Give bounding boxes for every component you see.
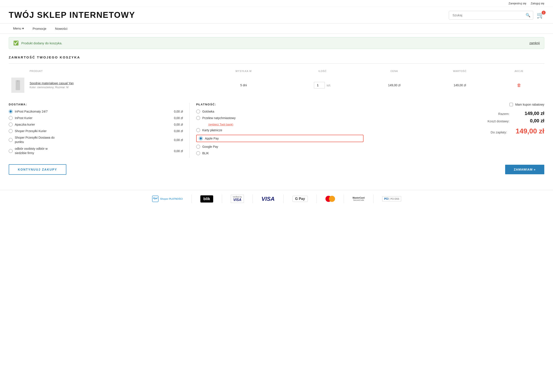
delivery-radio-3[interactable] [9,129,13,133]
blik-text: blik [200,195,213,203]
delivery-label-0[interactable]: InPost Paczkomaty 24/7 [15,110,172,113]
payment-label-2[interactable]: Karty płatnicze [202,128,364,132]
summary-total-row: Do zapłaty: 149,00 zł [370,127,544,135]
nav-promocje[interactable]: Promocje [28,24,51,34]
shoper-logo: Shoper PŁATNOŚCI [152,195,183,202]
footer-divider-6 [344,195,344,203]
delivery-radio-2[interactable] [9,123,13,126]
nav-menu[interactable]: Menu ▾ [9,23,28,34]
payment-label-3[interactable]: Apple Pay [205,137,361,140]
col-qty: ILOŚĆ [282,68,362,74]
register-link[interactable]: Zarejestruj się [508,2,526,5]
search-input[interactable] [449,11,523,19]
col-actions: AKCJE [494,68,545,74]
mc-secure-text: MasterCard SecureCode [353,197,365,201]
product-name-link[interactable]: Spodnie materiałowe casual Yan [29,82,74,85]
razem-value: 149,00 zł [518,111,544,116]
check-icon: ✅ [13,40,19,46]
notification-close[interactable]: zamknij [530,41,540,45]
col-shipping: WYSYŁKA W [205,68,282,74]
mc-secure-logo: MasterCard SecureCode [353,197,365,201]
delivery-label-4[interactable]: Shoper Przesyłki Dostawa dopunktu [15,136,172,144]
delivery-price-3: 0,00 zł [174,129,183,133]
quantity-input[interactable] [314,82,325,88]
delivery-option-4: Shoper Przesyłki Dostawa dopunktu 0,00 z… [9,136,183,144]
order-button[interactable]: ZAMAWIAM » [505,165,544,174]
product-price: 149,00 zł [362,74,426,96]
gpay-text: G Pay [292,196,308,202]
mc-orange-circle [329,196,335,202]
header: TWÓJ SKLEP INTERNETOWY 🔍 🛒 1 [0,7,553,23]
delivery-cost-label: Koszt dostawy: [488,119,510,123]
payment-radio-2[interactable] [196,128,200,132]
continue-shopping-button[interactable]: KONTYNUUJ ZAKUPY [9,164,66,175]
col-value: WARTOŚĆ [426,68,494,74]
pci-logo: PCI PCI DSS [382,196,401,202]
cart-table: PRODUKT WYSYŁKA W ILOŚĆ CENA WARTOŚĆ AKC… [9,68,544,96]
delivery-radio-0[interactable] [9,110,13,113]
delivery-option-3: Shoper Przesyłki Kurier 0,00 zł [9,129,183,133]
payment-title: PŁATNOŚĆ: [196,103,364,106]
payment-radio-3[interactable] [199,136,203,140]
delivery-label-5[interactable]: odbiór osobisty odbiór wsiedzibie firmy [15,147,172,155]
buttons-row: KONTYNUUJ ZAKUPY ZAMAWIAM » [9,164,544,175]
nav-nowosci[interactable]: Nowości [51,24,72,34]
footer: Shoper PŁATNOŚCI blik Verified by VISA V… [0,190,553,208]
payment-radio-1[interactable] [196,116,200,120]
blik-logo: blik [200,195,213,203]
delivery-option-0: InPost Paczkomaty 24/7 0,00 zł [9,110,183,113]
coupon-checkbox[interactable] [510,103,513,106]
payment-option-5: BLIK [196,151,364,155]
delivery-label-2[interactable]: Apaczka kurier [15,123,172,126]
pci-text: PCI PCI DSS [382,196,401,202]
visa-logo: VISA [261,196,275,202]
delivery-option-2: Apaczka kurier 0,00 zł [9,123,183,126]
cart-section-title: ZAWARTOŚĆ TWOJEGO KOSZYKA [9,56,544,59]
payment-radio-5[interactable] [196,151,200,155]
col-product-img [9,68,27,74]
shoper-label: Shoper PŁATNOŚCI [160,197,183,200]
delivery-radio-4[interactable] [9,138,13,142]
payment-label-5[interactable]: BLIK [202,151,364,155]
verified-line1: Verified by [233,196,242,198]
delivery-radio-5[interactable] [9,149,13,153]
delivery-option-1: InPost Kurier 0,00 zł [9,116,183,120]
product-qty: szt. [282,74,362,96]
footer-divider-1 [191,195,192,203]
coupon-label[interactable]: Mam kupon rabatowy [515,103,544,106]
verified-line2: VISA [233,198,242,202]
payment-label-0[interactable]: Gotówka [202,110,364,113]
shoper-icon [152,195,159,202]
summary-delivery-row: Koszt dostawy: 0,00 zł [370,118,544,124]
verified-visa: Verified by VISA [231,195,244,203]
notification-message: Produkt dodany do koszyka. [21,41,62,45]
delivery-price-5: 0,00 zł [174,149,183,153]
logo: TWÓJ SKLEP INTERNETOWY [9,10,135,20]
delivery-label-3[interactable]: Shoper Przesyłki Kurier [15,129,172,133]
payment-radio-4[interactable] [196,145,200,149]
footer-divider-4 [283,195,284,203]
delivery-cost-value: 0,00 zł [518,118,544,124]
product-image [11,77,24,93]
nav: Menu ▾ Promocje Nowości [0,23,553,34]
cart-icon[interactable]: 🛒 1 [537,12,544,19]
total-value: 149,00 zł [516,127,544,135]
login-link[interactable]: Zaloguj się [531,2,544,5]
delivery-price-1: 0,00 zł [174,116,183,120]
bank-link[interactable]: (wybierz Twój bank) [208,123,233,126]
delivery-radio-1[interactable] [9,116,13,120]
delete-item-button[interactable]: 🗑 [517,83,521,88]
table-row: Spodnie materiałowe casual Yan Kolor: ci… [9,74,544,96]
payment-label-1[interactable]: Przelew natychmiastowy [202,116,364,120]
delivery-label-1[interactable]: InPost Kurier [15,116,172,120]
total-label: Do zapłaty: [491,130,507,134]
payment-radio-0[interactable] [196,110,200,113]
footer-divider-5 [316,195,317,203]
search-box: 🔍 [449,11,533,20]
payment-label-4[interactable]: Google Pay [202,145,364,148]
product-value: 149,00 zł [426,74,494,96]
search-button[interactable]: 🔍 [523,11,533,19]
col-price: CENA [362,68,426,74]
col-product: PRODUKT [27,68,205,74]
visa-text: VISA [261,196,275,202]
